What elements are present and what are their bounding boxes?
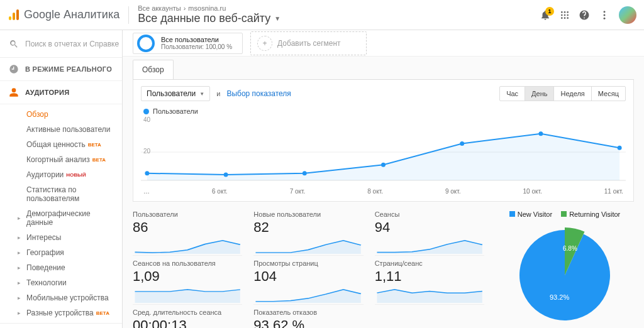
- metric-новые-пользователи[interactable]: Новые пользователи82: [253, 210, 363, 256]
- svg-point-9: [561, 17, 563, 19]
- svg-rect-1: [13, 13, 15, 20]
- time-granularity-toggle: Час День Неделя Месяц: [499, 86, 626, 101]
- search-input[interactable]: [25, 40, 119, 48]
- segment-all-users[interactable]: Все пользователи Пользователи: 100,00 %: [133, 33, 243, 54]
- svg-point-8: [567, 14, 569, 16]
- chevron-down-icon: ▼: [274, 15, 280, 22]
- sidebar-item-обзор[interactable]: Обзор: [21, 107, 122, 122]
- logo[interactable]: Google Аналитика: [8, 8, 119, 21]
- chart-series-legend: Пользователи: [143, 107, 626, 115]
- metric-сеансов-на-пользователя[interactable]: Сеансов на пользователя1,09: [133, 260, 242, 305]
- svg-rect-0: [9, 16, 11, 20]
- time-hour[interactable]: Час: [500, 87, 525, 101]
- sidebar-item-демографические-данные[interactable]: Демографические данные: [21, 206, 122, 230]
- nav-recommend[interactable]: РЕКОМЕНДУЕМ: [0, 323, 122, 328]
- tab-overview[interactable]: Обзор: [133, 60, 174, 79]
- clock-icon: [9, 64, 19, 74]
- time-day[interactable]: День: [525, 87, 553, 101]
- sidebar-item-активные-пользователи[interactable]: Активные пользователи: [21, 122, 122, 137]
- main-line-chart[interactable]: 40 20: [141, 118, 626, 187]
- time-week[interactable]: Неделя: [553, 87, 591, 101]
- sidebar-item-когортный-анализ[interactable]: Когортный анализBETA: [21, 152, 122, 167]
- metric-сред-длительность-сеанса[interactable]: Сред. длительность сеанса00:00:13: [133, 309, 242, 328]
- person-icon: [9, 87, 19, 97]
- analytics-logo-icon: [8, 9, 20, 21]
- and-label: и: [216, 90, 220, 97]
- svg-point-14: [604, 17, 606, 19]
- logo-text: Google Аналитика: [24, 8, 119, 21]
- svg-rect-2: [16, 9, 19, 20]
- svg-point-21: [460, 141, 464, 146]
- svg-point-4: [564, 11, 566, 13]
- sidebar-item-аудитории[interactable]: АудиторииНОВЫЙ: [21, 167, 122, 182]
- sidebar-item-статистика-по-пользователям[interactable]: Статистика по пользователям: [21, 182, 122, 206]
- sidebar-item-география[interactable]: География: [21, 245, 122, 260]
- time-month[interactable]: Месяц: [591, 87, 625, 101]
- select-metric-link[interactable]: Выбор показателя: [226, 89, 291, 98]
- svg-point-12: [604, 11, 606, 13]
- pie-legend: New Visitor Returning Visitor: [496, 210, 634, 218]
- metric-страниц-сеанс[interactable]: Страниц/сеанс1,11: [375, 260, 484, 305]
- svg-point-18: [224, 173, 228, 177]
- svg-point-5: [567, 11, 569, 13]
- plus-icon: +: [257, 36, 272, 51]
- metric-dropdown[interactable]: Пользователи▼: [141, 86, 210, 101]
- svg-point-3: [561, 11, 563, 13]
- svg-point-6: [561, 14, 563, 16]
- notifications-icon[interactable]: 1: [540, 9, 551, 21]
- svg-point-11: [567, 17, 569, 19]
- svg-text:93.2%: 93.2%: [550, 293, 569, 301]
- nav-audience[interactable]: АУДИТОРИЯ: [0, 81, 122, 104]
- svg-point-13: [604, 14, 606, 16]
- svg-point-7: [564, 14, 566, 16]
- sidebar-item-общая-ценность[interactable]: Общая ценностьBETA: [21, 137, 122, 152]
- svg-point-20: [381, 163, 386, 167]
- svg-point-19: [303, 171, 307, 175]
- search-icon: [9, 39, 19, 49]
- svg-text:6.8%: 6.8%: [563, 245, 577, 252]
- svg-point-23: [618, 146, 622, 150]
- visitor-pie-chart[interactable]: 6.8%93.2%: [496, 222, 634, 328]
- svg-point-22: [538, 131, 543, 136]
- avatar[interactable]: [619, 6, 636, 24]
- segment-circle-icon: [137, 35, 155, 52]
- sidebar-item-мобильные-устройства[interactable]: Мобильные устройства: [21, 290, 122, 305]
- metric-просмотры-страниц[interactable]: Просмотры страниц104: [253, 260, 363, 305]
- sidebar-item-поведение[interactable]: Поведение: [21, 260, 122, 275]
- more-icon[interactable]: [599, 9, 610, 21]
- metric-сеансы[interactable]: Сеансы94: [375, 210, 484, 256]
- metric-пользователи[interactable]: Пользователи86: [133, 210, 242, 256]
- apps-icon[interactable]: [560, 10, 570, 20]
- nav-realtime[interactable]: В РЕЖИМЕ РЕАЛЬНОГО: [0, 58, 122, 81]
- metric-показатель-отказов[interactable]: Показатель отказов93,62 %: [253, 309, 363, 328]
- breadcrumb[interactable]: Все аккаунты›msosnina.ru: [138, 4, 540, 12]
- add-segment-button[interactable]: + Добавить сегмент: [250, 31, 366, 55]
- notifications-badge: 1: [545, 7, 554, 16]
- svg-point-10: [564, 17, 566, 19]
- svg-point-17: [145, 171, 149, 175]
- sidebar-item-технологии[interactable]: Технологии: [21, 275, 122, 290]
- help-icon[interactable]: [579, 9, 590, 21]
- view-selector[interactable]: Все данные по веб-сайту ▼: [138, 12, 540, 25]
- sidebar-item-интересы[interactable]: Интересы: [21, 230, 122, 245]
- sidebar-item-разные-устройства[interactable]: Разные устройстваBETA: [21, 305, 122, 320]
